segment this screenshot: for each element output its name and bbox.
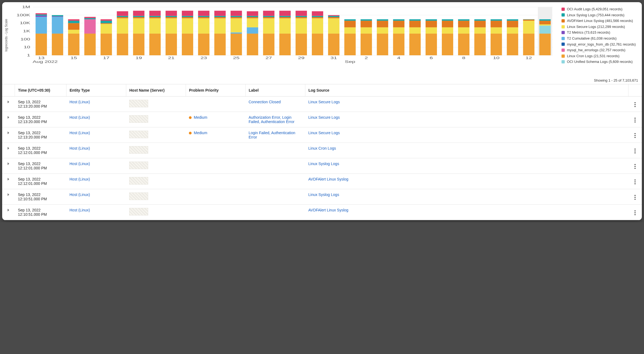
log-source-link[interactable]: Linux Secure Logs bbox=[308, 115, 340, 120]
col-label[interactable]: Label bbox=[245, 84, 305, 96]
cell-entity-type: Host (Linux) bbox=[66, 158, 126, 173]
legend-item[interactable]: OCI Unified Schema Logs (5,609 records) bbox=[561, 60, 637, 64]
svg-rect-65 bbox=[198, 16, 210, 17]
row-actions-menu-icon[interactable] bbox=[633, 132, 637, 139]
entity-type-link[interactable]: Host (Linux) bbox=[69, 100, 90, 104]
row-actions-menu-icon[interactable] bbox=[633, 163, 637, 170]
svg-text:2: 2 bbox=[365, 56, 368, 60]
svg-rect-111 bbox=[344, 21, 356, 27]
log-source-link[interactable]: Linux Syslog Logs bbox=[308, 162, 339, 166]
legend-item[interactable]: mysql_error_logs_from_db (32,761 records… bbox=[561, 42, 637, 47]
row-actions-menu-icon[interactable] bbox=[633, 117, 637, 124]
log-source-link[interactable]: AVDFAlert Linux Syslog bbox=[308, 177, 348, 181]
entity-type-link[interactable]: Host (Linux) bbox=[69, 131, 90, 135]
log-analytics-window: logrecords - Log Scale 1101001K10K100K1M… bbox=[2, 2, 642, 220]
svg-rect-75 bbox=[231, 17, 242, 18]
row-actions-menu-icon[interactable] bbox=[633, 209, 637, 216]
svg-rect-145 bbox=[491, 34, 502, 55]
col-problem-priority[interactable]: Problem Priority bbox=[186, 84, 245, 96]
host-redacted bbox=[129, 177, 148, 185]
svg-rect-129 bbox=[426, 34, 437, 55]
svg-rect-110 bbox=[344, 27, 356, 34]
expand-row-icon[interactable] bbox=[8, 131, 9, 134]
table-row: Sep 13, 202212:12:01.000 PMHost (Linux)L… bbox=[2, 143, 642, 158]
chart-legend: OCI Audit Logs (5,429,051 records)Linux … bbox=[556, 5, 637, 66]
priority-link[interactable]: Medium bbox=[194, 131, 207, 135]
entity-type-link[interactable]: Host (Linux) bbox=[69, 208, 90, 212]
legend-item[interactable]: Linux Cron Logs (21,531 records) bbox=[561, 54, 637, 58]
log-source-link[interactable]: Linux Syslog Logs bbox=[308, 192, 339, 197]
label-link[interactable]: Authorization Error, Login Failed, Authe… bbox=[249, 115, 294, 124]
log-source-link[interactable]: AVDFAlert Linux Syslog bbox=[308, 208, 348, 212]
log-source-link[interactable]: Linux Secure Logs bbox=[308, 131, 340, 135]
entity-type-link[interactable]: Host (Linux) bbox=[69, 146, 90, 150]
svg-rect-93 bbox=[279, 11, 291, 16]
svg-rect-45 bbox=[133, 16, 144, 17]
svg-text:10: 10 bbox=[493, 56, 500, 60]
label-link[interactable]: Login Failed, Authentication Error bbox=[249, 131, 295, 139]
label-link[interactable]: Connection Closed bbox=[249, 100, 281, 104]
cell-actions bbox=[628, 143, 642, 158]
svg-rect-40 bbox=[117, 16, 128, 17]
expand-row-icon[interactable] bbox=[8, 101, 9, 103]
row-actions-menu-icon[interactable] bbox=[633, 194, 637, 201]
legend-item[interactable]: T2 Metrics (73,615 records) bbox=[561, 30, 637, 35]
row-actions-menu-icon[interactable] bbox=[633, 147, 637, 155]
entity-type-link[interactable]: Host (Linux) bbox=[69, 192, 90, 197]
row-actions-menu-icon[interactable] bbox=[633, 101, 637, 108]
priority-link[interactable]: Medium bbox=[194, 115, 207, 120]
svg-rect-117 bbox=[377, 34, 388, 55]
svg-text:100: 100 bbox=[20, 37, 30, 41]
expand-row-icon[interactable] bbox=[8, 162, 9, 165]
host-redacted bbox=[129, 192, 148, 200]
legend-item[interactable]: T2 Cumulative (61,038 records) bbox=[561, 36, 637, 41]
table-row: Sep 13, 202212:10:51.000 PMHost (Linux)A… bbox=[2, 204, 642, 220]
cell-actions bbox=[628, 189, 642, 204]
legend-swatch bbox=[561, 25, 565, 28]
cell-host-name bbox=[126, 96, 186, 112]
expand-row-icon[interactable] bbox=[8, 209, 9, 211]
chart-area[interactable]: 1101001K10K100K1M13151719212325272931246… bbox=[9, 5, 556, 66]
legend-label: AVDFAlert Linux Syslog (481,566 records) bbox=[567, 19, 633, 23]
legend-swatch bbox=[561, 8, 565, 11]
expand-row-icon[interactable] bbox=[8, 116, 9, 119]
legend-item[interactable]: Linux Secure Logs (212,299 records) bbox=[561, 25, 637, 29]
svg-rect-84 bbox=[263, 34, 274, 55]
legend-item[interactable]: AVDFAlert Linux Syslog (481,566 records) bbox=[561, 19, 637, 23]
legend-item[interactable]: Linux Syslog Logs (753,444 records) bbox=[561, 13, 637, 17]
row-actions-menu-icon[interactable] bbox=[633, 178, 637, 185]
cell-entity-type: Host (Linux) bbox=[66, 127, 126, 143]
svg-rect-33 bbox=[101, 24, 112, 34]
log-source-link[interactable]: Linux Cron Logs bbox=[308, 146, 336, 150]
legend-label: mysql_error_logs_from_db (32,761 records… bbox=[567, 42, 636, 47]
col-entity-type[interactable]: Entity Type bbox=[66, 84, 126, 96]
entity-type-link[interactable]: Host (Linux) bbox=[69, 162, 90, 166]
expand-row-icon[interactable] bbox=[8, 193, 9, 196]
svg-text:1: 1 bbox=[27, 53, 30, 57]
cell-priority bbox=[186, 158, 245, 173]
svg-rect-98 bbox=[296, 11, 307, 16]
expand-row-icon[interactable] bbox=[8, 147, 9, 150]
expand-row-icon[interactable] bbox=[8, 178, 9, 181]
svg-rect-115 bbox=[361, 21, 372, 27]
entity-type-link[interactable]: Host (Linux) bbox=[69, 115, 90, 120]
svg-rect-16 bbox=[36, 16, 47, 17]
cell-host-name bbox=[126, 204, 186, 220]
log-source-link[interactable]: Linux Secure Logs bbox=[308, 100, 340, 104]
bar-chart[interactable]: 1101001K10K100K1M13151719212325272931246… bbox=[9, 5, 556, 65]
legend-item[interactable]: OCI Audit Logs (5,429,051 records) bbox=[561, 7, 637, 11]
col-time[interactable]: Time (UTC+05:30) bbox=[15, 84, 66, 96]
svg-rect-133 bbox=[442, 34, 453, 55]
svg-rect-130 bbox=[426, 27, 437, 34]
svg-rect-19 bbox=[52, 34, 63, 55]
svg-rect-112 bbox=[344, 19, 356, 21]
svg-rect-28 bbox=[84, 34, 96, 55]
svg-rect-18 bbox=[36, 13, 47, 14]
col-host-name[interactable]: Host Name (Server) bbox=[126, 84, 186, 96]
legend-item[interactable]: mysql_hw_errorlogs (32,757 records) bbox=[561, 48, 637, 52]
svg-text:21: 21 bbox=[168, 56, 175, 60]
svg-rect-78 bbox=[247, 34, 258, 55]
svg-rect-73 bbox=[231, 32, 242, 33]
entity-type-link[interactable]: Host (Linux) bbox=[69, 177, 90, 181]
col-log-source[interactable]: Log Source bbox=[305, 84, 628, 96]
